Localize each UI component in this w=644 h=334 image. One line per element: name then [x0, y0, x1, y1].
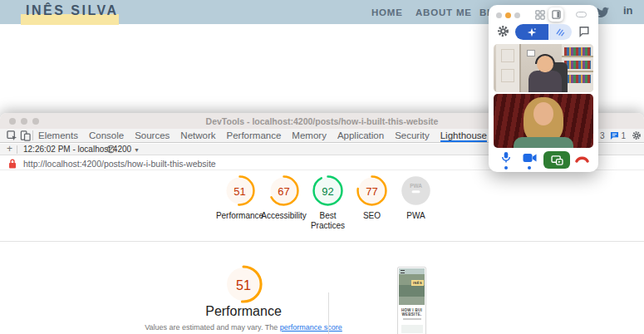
section-divider — [0, 241, 644, 242]
effects-toggle-active[interactable] — [515, 24, 548, 40]
report-url: http://localhost:4200/posts/how-i-built-… — [23, 159, 216, 169]
lighthouse-score-performance[interactable]: 51Performance — [218, 175, 262, 231]
device-toolbar-icon[interactable] — [20, 130, 31, 141]
performance-score-link[interactable]: performance score — [280, 323, 342, 332]
inspect-element-icon[interactable] — [7, 130, 17, 141]
tab-memory[interactable]: Memory — [292, 129, 327, 142]
tab-console[interactable]: Console — [89, 129, 124, 142]
nav-home[interactable]: HOME — [371, 7, 403, 17]
score-gauge: 51 — [224, 265, 263, 303]
chevron-down-icon: ▼ — [134, 147, 140, 153]
tab-application[interactable]: Application — [337, 129, 384, 142]
site-logo[interactable]: INÊS SILVA — [26, 3, 119, 18]
sidebar-layout-button[interactable] — [548, 7, 563, 22]
gauge-not-applicable: PWA — [401, 175, 431, 206]
tab-network[interactable]: Network — [180, 129, 215, 142]
hang-up-button[interactable] — [575, 155, 589, 163]
svg-text:77: 77 — [366, 185, 377, 198]
headset — [535, 54, 555, 64]
issues-badge[interactable]: 1 — [610, 131, 626, 140]
lighthouse-scores-row: 51Performance 67Accessibility 92Best Pra… — [218, 175, 438, 231]
sparkle-icon — [527, 27, 537, 37]
video-call-window — [489, 5, 598, 172]
tab-lighthouse[interactable]: Lighthouse — [440, 129, 487, 142]
svg-text:51: 51 — [236, 278, 251, 292]
clear-reports-icon[interactable] — [106, 145, 116, 154]
participant-2-face — [533, 102, 553, 125]
lighthouse-score-best-practices[interactable]: 92Best Practices — [306, 175, 350, 231]
thumbnail-logo-badge: INÊS — [411, 280, 424, 286]
lighthouse-score-seo[interactable]: 77SEO — [350, 175, 394, 231]
score-gauge: 92 — [312, 175, 343, 206]
tab-sources[interactable]: Sources — [135, 129, 170, 142]
score-gauge: 51 — [224, 175, 255, 206]
tab-performance[interactable]: Performance — [227, 129, 282, 142]
participant-2-shirt — [514, 137, 573, 148]
background-blur-toggle[interactable] — [548, 24, 572, 40]
pip-view-button[interactable] — [576, 12, 587, 17]
devtools-settings-gear-icon[interactable] — [632, 130, 642, 140]
call-close-button[interactable] — [496, 12, 502, 18]
thumbnail-caption-line — [403, 318, 421, 320]
lighthouse-score-pwa[interactable]: PWA PWA — [394, 175, 438, 231]
performance-section-title: Performance — [148, 304, 339, 319]
score-label: Accessibility — [261, 211, 306, 221]
insecure-lock-icon — [8, 159, 17, 169]
camera-button[interactable] — [523, 153, 537, 163]
message-bubble-icon — [610, 131, 619, 140]
call-minimize-button[interactable] — [505, 12, 511, 18]
score-gauge: 67 — [268, 175, 299, 206]
new-report-button[interactable]: + — [7, 144, 12, 155]
thumbnail-hero-photo: INÊS — [399, 268, 425, 305]
score-label: SEO — [363, 211, 381, 221]
call-zoom-button[interactable] — [514, 12, 520, 18]
microphone-button[interactable] — [500, 151, 512, 164]
linkedin-icon[interactable]: in — [623, 4, 637, 18]
performance-detail-gauge[interactable]: 51 — [224, 265, 263, 303]
present-screen-button[interactable] — [543, 151, 570, 169]
grid-view-icon[interactable] — [535, 10, 545, 20]
microphone-menu-dot[interactable] — [504, 166, 508, 169]
office-door — [496, 44, 521, 92]
participant-1-body — [528, 71, 562, 92]
svg-text:PWA: PWA — [410, 183, 422, 189]
toolbar-separator — [17, 145, 17, 154]
wall-frame — [527, 50, 535, 56]
svg-text:67: 67 — [278, 185, 289, 198]
nav-about-me[interactable]: ABOUT ME — [415, 7, 472, 17]
final-screenshot-thumbnail[interactable]: INÊS HOW I BUI WEBSITE. — [397, 267, 426, 334]
column-divider — [328, 292, 329, 334]
performance-note: Values are estimated and may vary. The p… — [140, 323, 347, 332]
participant-video-2[interactable] — [494, 94, 593, 148]
score-label: Performance — [216, 211, 263, 221]
participant-video-1[interactable] — [494, 44, 593, 92]
score-label: Best Practices — [306, 211, 350, 231]
devtools-tab-strip: ElementsConsoleSourcesNetworkPerformance… — [38, 129, 546, 142]
svg-text:51: 51 — [234, 185, 245, 198]
svg-text:92: 92 — [322, 185, 333, 198]
lighthouse-score-accessibility[interactable]: 67Accessibility — [262, 175, 306, 231]
toolbar-separator — [32, 130, 33, 140]
sidebar-layout-icon — [552, 10, 561, 19]
chat-bubble-icon[interactable] — [578, 26, 590, 37]
thumbnail-title-line2: WEBSITE. — [399, 312, 425, 317]
present-screen-icon — [551, 155, 563, 165]
report-session-dropdown[interactable]: 12:26:02 PM - localhost:4200▼ — [23, 145, 140, 154]
blur-lines-icon — [555, 27, 565, 37]
camera-menu-dot[interactable] — [528, 166, 531, 169]
score-gauge: 77 — [356, 175, 387, 206]
call-settings-gear-icon[interactable] — [497, 25, 509, 37]
thumbnail-content-block — [401, 325, 423, 333]
hamburger-menu-icon — [401, 270, 405, 273]
score-label: PWA — [406, 211, 425, 221]
tab-security[interactable]: Security — [395, 129, 430, 142]
tab-elements[interactable]: Elements — [38, 129, 78, 142]
